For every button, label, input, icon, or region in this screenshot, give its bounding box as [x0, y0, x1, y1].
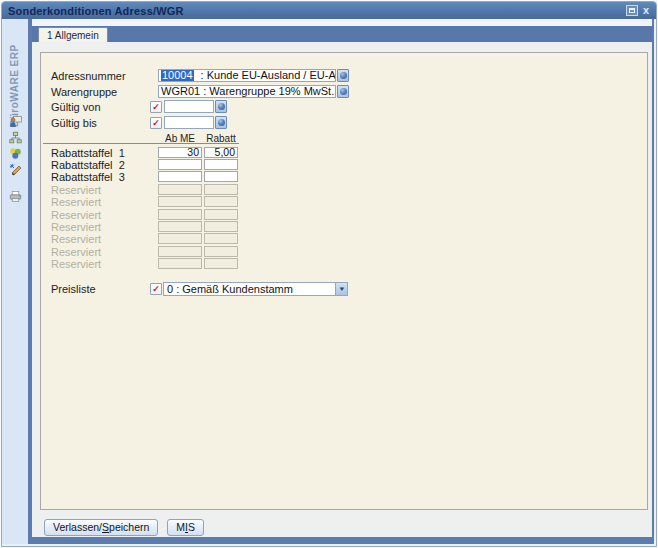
rabatt-input-disabled	[204, 196, 238, 207]
edit-new-icon[interactable]	[9, 163, 22, 176]
rabatt-input-disabled	[204, 209, 238, 220]
footer-button-bar: Verlassen/Speichern MIS	[44, 519, 204, 536]
ab-me-input-disabled	[158, 184, 202, 195]
tab-bar: 1 Allgemein	[32, 26, 652, 42]
preisliste-value: 0 : Gemäß Kundenstamm	[164, 283, 335, 295]
rabatt-input[interactable]	[204, 171, 238, 182]
user-card-icon[interactable]	[9, 115, 22, 128]
close-icon[interactable]: x	[643, 5, 650, 16]
reserviert-row: Reserviert	[41, 246, 647, 257]
reserviert-row: Reserviert	[41, 221, 647, 232]
warengruppe-lookup-button[interactable]	[337, 85, 349, 98]
rabatt-input[interactable]	[204, 159, 238, 170]
row-label: Reserviert	[51, 246, 101, 258]
rabatt-input-disabled	[204, 258, 238, 269]
title-bar: Sonderkonditionen Adress/WGR x	[2, 2, 656, 19]
adressnummer-description: : Kunde EU-Ausland / EU-Auslandsstadt	[201, 69, 336, 81]
content-area: 1 Allgemein Adressnummer 10004: Kunde EU…	[32, 19, 652, 537]
preisliste-checkbox[interactable]: ✓	[150, 283, 162, 295]
row-label: Reserviert	[51, 258, 101, 270]
frame-divider-right	[652, 19, 654, 544]
colors-icon[interactable]	[9, 147, 22, 160]
verlassen-speichern-button[interactable]: Verlassen/Speichern	[44, 519, 158, 536]
ab-me-input[interactable]	[158, 159, 202, 170]
header-rule	[43, 143, 239, 144]
gueltig-bis-checkbox[interactable]: ✓	[150, 117, 162, 129]
lookup-sphere-icon	[218, 103, 225, 110]
gueltig-bis-lookup-button[interactable]	[215, 116, 227, 129]
tab-allgemein[interactable]: 1 Allgemein	[38, 27, 108, 42]
lookup-sphere-icon	[218, 119, 225, 126]
row-label: Reserviert	[51, 221, 101, 233]
sidebar-toolbar	[2, 115, 28, 203]
preisliste-dropdown[interactable]: 0 : Gemäß Kundenstamm ▼	[163, 282, 348, 296]
warengruppe-input[interactable]: WGR01 : Warengruppe 19% MwSt. Netto	[158, 85, 336, 98]
reserviert-row: Reserviert	[41, 184, 647, 195]
sidebar: BüroWARE ERP	[2, 19, 28, 544]
ab-me-input-disabled	[158, 209, 202, 220]
lookup-sphere-icon	[340, 72, 347, 79]
row-label: Rabattstaffel 2	[51, 159, 125, 171]
adressnummer-row: Adressnummer 10004: Kunde EU-Ausland / E…	[41, 69, 647, 82]
gueltig-von-label: Gültig von	[51, 101, 101, 113]
row-label: Reserviert	[51, 184, 101, 196]
adressnummer-input[interactable]: 10004: Kunde EU-Ausland / EU-Auslandssta…	[158, 69, 336, 82]
preisliste-row: Preisliste ✓ 0 : Gemäß Kundenstamm ▼	[41, 282, 647, 295]
dropdown-button[interactable]: ▼	[335, 283, 347, 295]
ab-me-input[interactable]	[158, 171, 202, 182]
lookup-sphere-icon	[340, 88, 347, 95]
form-panel: Adressnummer 10004: Kunde EU-Ausland / E…	[40, 52, 648, 510]
gueltig-bis-label: Gültig bis	[51, 117, 97, 129]
reserviert-row: Reserviert	[41, 209, 647, 220]
restore-window-button[interactable]	[626, 5, 638, 16]
adressnummer-lookup-button[interactable]	[337, 69, 349, 82]
selected-text: 10004	[161, 69, 194, 81]
ab-me-input-disabled	[158, 233, 202, 244]
row-label: Rabattstaffel 1	[51, 147, 125, 159]
row-label: Reserviert	[51, 196, 101, 208]
gueltig-von-checkbox[interactable]: ✓	[150, 101, 162, 113]
rabatt-input-disabled	[204, 233, 238, 244]
gueltig-von-input[interactable]	[164, 100, 214, 113]
staffel-row: Rabattstaffel 3	[41, 171, 647, 182]
adressnummer-label: Adressnummer	[51, 70, 126, 82]
org-chart-icon[interactable]	[9, 131, 22, 144]
ab-me-input-disabled	[158, 221, 202, 232]
row-label: Rabattstaffel 3	[51, 171, 125, 183]
reserviert-row: Reserviert	[41, 196, 647, 207]
rabatt-input-disabled	[204, 221, 238, 232]
warengruppe-label: Warengruppe	[51, 86, 117, 98]
ab-me-input-disabled	[158, 246, 202, 257]
gueltig-von-lookup-button[interactable]	[215, 100, 227, 113]
gueltig-von-row: Gültig von ✓	[41, 100, 647, 113]
window-title: Sonderkonditionen Adress/WGR	[8, 5, 184, 17]
row-label: Reserviert	[51, 233, 101, 245]
ab-me-input[interactable]: 30	[158, 147, 202, 158]
ab-me-input-disabled	[158, 258, 202, 269]
rabatt-input[interactable]: 5,00	[204, 147, 238, 158]
row-label: Reserviert	[51, 209, 101, 221]
warengruppe-row: Warengruppe WGR01 : Warengruppe 19% MwSt…	[41, 85, 647, 98]
gueltig-bis-row: Gültig bis ✓	[41, 116, 647, 129]
restore-icon	[629, 8, 635, 13]
chevron-down-icon: ▼	[338, 286, 346, 292]
staffel-row: Rabattstaffel 1 30 5,00	[41, 147, 647, 158]
staffel-row: Rabattstaffel 2	[41, 159, 647, 170]
print-icon[interactable]	[9, 190, 22, 203]
ab-me-input-disabled	[158, 196, 202, 207]
preisliste-label: Preisliste	[51, 283, 96, 295]
rabatt-input-disabled	[204, 184, 238, 195]
mis-button[interactable]: MIS	[167, 519, 204, 536]
window: Sonderkonditionen Adress/WGR x BüroWARE …	[1, 1, 657, 547]
frame-divider-bottom	[28, 537, 654, 544]
top-strip	[32, 19, 652, 26]
gueltig-bis-input[interactable]	[164, 116, 214, 129]
rabatt-input-disabled	[204, 246, 238, 257]
reserviert-row: Reserviert	[41, 258, 647, 269]
reserviert-row: Reserviert	[41, 233, 647, 244]
